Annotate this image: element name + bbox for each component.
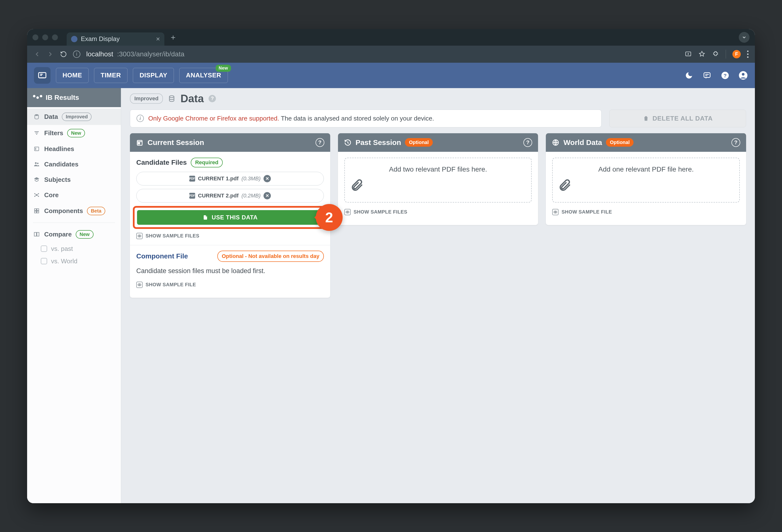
component-file-header: Component File Optional - Not available … (136, 251, 324, 262)
history-icon (344, 139, 352, 146)
checkbox-icon[interactable] (41, 245, 47, 252)
svg-rect-1 (39, 73, 46, 78)
show-sample-files-button[interactable]: SHOW SAMPLE FILES (136, 231, 324, 243)
nav-back-button[interactable] (33, 50, 41, 58)
improved-pill: Improved (62, 113, 92, 121)
url-path: :3003/analyser/ib/data (117, 50, 185, 58)
calendar-today-icon (136, 139, 144, 146)
svg-text:?: ? (724, 73, 727, 78)
bookmark-icon[interactable] (698, 50, 706, 58)
nav-timer[interactable]: TIMER (94, 68, 128, 83)
site-info-icon[interactable]: i (73, 50, 80, 58)
attach-icon (558, 178, 734, 192)
browser-tab[interactable]: Exam Display × (67, 33, 164, 46)
optional-pill: Optional - Not available on results day (217, 251, 324, 262)
preview-icon (552, 209, 559, 215)
sidebar-item-data[interactable]: Data Improved (27, 109, 121, 125)
compare-vs-past[interactable]: vs. past (27, 242, 121, 255)
card-body: Add one relevant PDF file here. SHOW SAM… (546, 152, 746, 225)
cards-row: Current Session ? Candidate Files Requir… (121, 133, 755, 306)
sidebar-item-filters[interactable]: Filters New (27, 125, 121, 141)
nav-display[interactable]: DISPLAY (133, 68, 174, 83)
sidebar-item-compare[interactable]: Compare New (27, 226, 121, 242)
card-help-icon[interactable]: ? (523, 138, 532, 147)
globe-icon (552, 139, 560, 146)
svg-rect-20 (37, 211, 39, 213)
svg-point-30 (555, 212, 556, 213)
theme-toggle-icon[interactable] (684, 71, 694, 80)
favicon-icon (71, 36, 77, 42)
new-pill: New (76, 230, 94, 239)
optional-pill: Optional (606, 138, 634, 147)
show-sample-file-button[interactable]: SHOW SAMPLE FILE (552, 207, 740, 219)
traffic-min[interactable] (42, 34, 48, 40)
database-icon (168, 95, 176, 103)
candidate-files-header: Candidate Files Required (136, 158, 324, 167)
profile-avatar[interactable]: F (733, 50, 741, 58)
use-this-data-button[interactable]: USE THIS DATA (137, 210, 323, 225)
alert-row: i Only Google Chrome or Firefox are supp… (121, 110, 755, 133)
step-highlight: USE THIS DATA 2 (133, 206, 327, 229)
close-tab-icon[interactable]: × (156, 36, 160, 42)
sidebar-header: IB Results (27, 88, 121, 107)
app-logo-icon[interactable] (34, 67, 50, 84)
sidebar-item-core[interactable]: Core (27, 187, 121, 203)
sidebar-item-candidates[interactable]: Candidates (27, 157, 121, 172)
nav-analyser[interactable]: ANALYSER New (179, 68, 228, 83)
file-chip: PDF CURRENT 2.pdf (0.2MB) ✕ (136, 189, 324, 202)
browser-window: Exam Display × + i localhost:3003/analys… (27, 29, 755, 503)
svg-point-10 (35, 162, 37, 164)
remove-file-icon[interactable]: ✕ (263, 192, 271, 199)
tabs-dropdown-icon[interactable] (739, 32, 749, 43)
install-app-icon[interactable] (684, 50, 692, 58)
svg-rect-17 (34, 208, 36, 211)
traffic-close[interactable] (33, 34, 38, 40)
browser-toolbar: i localhost:3003/analyser/ib/data F (27, 46, 755, 63)
svg-rect-9 (35, 148, 36, 150)
compare-vs-world[interactable]: vs. World (27, 255, 121, 267)
component-note: Candidate session files must be loaded f… (136, 267, 324, 275)
url-host: localhost (86, 50, 113, 58)
extensions-icon[interactable] (712, 50, 719, 58)
sidebar-item-components[interactable]: Components Beta (27, 203, 121, 219)
svg-point-23 (170, 96, 174, 98)
svg-point-7 (35, 114, 38, 116)
delete-all-data-button[interactable]: DELETE ALL DATA (609, 110, 746, 127)
nav-forward-button[interactable] (47, 50, 54, 58)
card-help-icon[interactable]: ? (316, 138, 324, 147)
help-icon[interactable]: ? (720, 71, 730, 80)
pdf-icon: PDF (189, 176, 195, 182)
sidebar-item-headlines[interactable]: Headlines (27, 141, 121, 157)
sidebar-item-subjects[interactable]: Subjects (27, 172, 121, 187)
info-alert: i Only Google Chrome or Firefox are supp… (130, 110, 602, 127)
page-title: Data (180, 92, 204, 105)
help-badge-icon[interactable]: ? (209, 95, 216, 102)
chat-icon[interactable] (702, 71, 712, 80)
reload-button[interactable] (60, 50, 67, 58)
show-sample-files-button[interactable]: SHOW SAMPLE FILES (344, 207, 532, 219)
svg-rect-25 (138, 143, 140, 144)
checkbox-icon[interactable] (41, 258, 47, 264)
window-controls (33, 34, 58, 40)
file-name: CURRENT 1.pdf (198, 176, 239, 182)
svg-rect-22 (37, 232, 39, 236)
svg-point-6 (742, 73, 744, 75)
remove-file-icon[interactable]: ✕ (263, 175, 271, 182)
nav-home[interactable]: HOME (56, 68, 88, 83)
compare-icon (33, 231, 40, 238)
new-tab-button[interactable]: + (171, 33, 176, 41)
card-header: Current Session ? (130, 133, 330, 152)
dropzone[interactable]: Add one relevant PDF file here. (552, 158, 740, 202)
file-chip: PDF CURRENT 1.pdf (0.3MB) ✕ (136, 172, 324, 186)
account-icon[interactable] (738, 71, 748, 80)
dropzone[interactable]: Add two relevant PDF files here. (344, 158, 532, 202)
svg-point-27 (139, 284, 140, 285)
show-sample-file-button[interactable]: SHOW SAMPLE FILE (136, 280, 324, 292)
traffic-max[interactable] (52, 34, 58, 40)
card-current-session: Current Session ? Candidate Files Requir… (130, 133, 330, 298)
preview-icon (136, 281, 143, 288)
url-bar[interactable]: i localhost:3003/analyser/ib/data (73, 50, 679, 58)
browser-menu-icon[interactable] (747, 50, 749, 58)
card-help-icon[interactable]: ? (732, 138, 740, 147)
svg-point-11 (37, 163, 39, 164)
